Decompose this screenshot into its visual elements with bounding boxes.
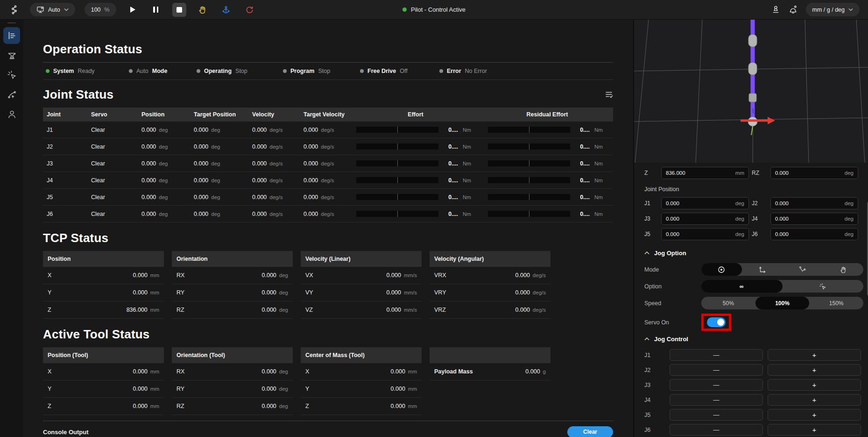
sidebar-item-users[interactable] [3,106,20,122]
task-z-input[interactable]: 836.000mm [661,167,749,179]
stop-icon [176,7,182,13]
robot-3d-viewport[interactable] [634,20,868,163]
joint-position-row-2: J3 0.000deg J4 0.000deg [644,213,863,225]
joint-row-j1: J1 Clear 0.000deg 0.000deg 0.000deg/s 0.… [43,122,613,138]
mode-path-point-option[interactable] [783,263,823,276]
j1-jog-plus-button[interactable]: + [768,349,861,361]
j6-input[interactable]: 0.000deg [770,228,858,240]
status-dot-gray [283,69,287,73]
j6-jog-plus-button[interactable]: + [768,424,861,436]
mode-hand-option[interactable] [823,263,863,276]
chevron-down-icon [848,8,853,11]
joint-label: J6 [43,206,87,222]
effort-bar [356,194,438,200]
joint-label: J4 [43,172,87,188]
j3-jog-minus-button[interactable]: — [670,379,763,391]
jog-option-header[interactable]: Jog Option [644,250,863,257]
joint-label: J1 [43,122,87,138]
sidebar-item-jog[interactable] [3,66,20,83]
effort-bar [356,160,438,166]
jog-control-header[interactable]: Jog Control [644,336,863,343]
j1-jog-minus-button[interactable]: — [670,349,763,361]
mode-task-axes-option[interactable] [742,263,783,276]
j3-input[interactable]: 0.000deg [661,213,749,225]
servo-toggle-highlight [701,314,731,331]
left-sidebar [0,20,23,437]
effort-bar [356,143,438,150]
j5-jog-minus-button[interactable]: — [670,409,763,421]
task-axes-icon [758,265,766,273]
notifications-button[interactable] [789,5,797,14]
anchor-button[interactable] [219,3,233,17]
tcp-status-cards: Position X0.000mm Y0.000mm Z836.000mm Or… [43,251,613,319]
option-continuous[interactable]: ∞ [701,280,783,293]
tcp-card-position: Position X0.000mm Y0.000mm Z836.000mm [43,251,164,319]
col-joint: Joint [43,107,87,122]
j2-jog-minus-button[interactable]: — [670,364,763,376]
j2-jog-plus-button[interactable]: + [768,364,861,376]
j4-input[interactable]: 0.000deg [770,213,858,225]
units-select[interactable]: mm / g / deg [806,3,860,16]
hand-guide-button[interactable] [196,3,210,17]
j5-jog-plus-button[interactable]: + [768,409,861,421]
stop-button[interactable] [172,3,186,17]
sidebar-item-workcell[interactable] [3,47,20,64]
status-free-drive: Free Drive Off [360,68,439,74]
j4-jog-plus-button[interactable]: + [768,394,861,406]
task-rz-input[interactable]: 0.000deg [770,167,858,179]
residual-effort-bar [488,194,570,200]
j3-jog-plus-button[interactable]: + [768,379,861,391]
pause-button[interactable] [149,3,163,17]
servo-on-toggle[interactable] [707,317,726,327]
jog-control-j5: J5 — + [644,409,863,421]
j2-input[interactable]: 0.000deg [770,197,858,209]
speed-100-option[interactable]: 100% [755,297,810,309]
operation-status-strip: System Ready Auto Mode Operating Stop Pr… [43,62,613,80]
col-servo: Servo [87,107,129,122]
j5-input[interactable]: 0.000deg [661,228,749,240]
play-button[interactable] [126,3,140,17]
mode-select[interactable]: Auto [30,3,75,16]
status-dot-gray [197,69,200,73]
jog-mode-segmented [701,263,863,276]
col-target-velocity: Target Velocity [291,107,350,122]
reset-button[interactable] [242,3,256,17]
joint-label: J5 [43,189,87,205]
status-mode: Auto Mode [129,68,197,74]
pendant-button[interactable] [771,5,780,14]
reset-icon [245,6,254,14]
mode-joint-rotate-option[interactable] [701,263,742,276]
speed-50-option[interactable]: 50% [701,297,755,309]
joint-status-options-button[interactable] [605,91,613,98]
speed-150-option[interactable]: 150% [809,297,863,309]
servo-state: Clear [87,189,129,205]
col-target-position: Target Position [182,107,240,122]
pause-icon [153,7,158,13]
residual-effort-bar [488,143,570,150]
chevron-up-icon [644,251,649,255]
mode-select-value: Auto [48,7,60,13]
residual-effort-bar [488,127,570,133]
zoom-control[interactable]: 100 % [85,3,116,16]
robot-pilot-app: Auto 100 % [0,0,868,437]
servo-on-row: Servo On [644,314,863,331]
joint-table-header: Joint Servo Position Target Position Vel… [43,107,613,122]
option-step[interactable] [783,280,864,293]
sidebar-item-status[interactable] [3,27,20,44]
hand-icon [198,5,207,14]
joint-label: J3 [43,155,87,172]
effort-bar [356,211,438,217]
console-clear-button[interactable]: Clear [567,426,613,437]
j4-jog-minus-button[interactable]: — [670,394,763,406]
j6-jog-minus-button[interactable]: — [670,424,763,436]
play-icon [129,6,136,13]
sidebar-item-path[interactable] [3,86,20,103]
status-error: Error No Error [439,68,487,74]
status-program: Program Stop [283,68,360,74]
residual-effort-bar [488,160,570,166]
pilot-status-dot [402,7,407,12]
joint-status-table: Joint Servo Position Target Position Vel… [43,107,613,222]
servo-state: Clear [87,138,129,155]
j1-input[interactable]: 0.000deg [661,197,749,209]
jog-speed-segmented: 50% 100% 150% [701,297,863,309]
